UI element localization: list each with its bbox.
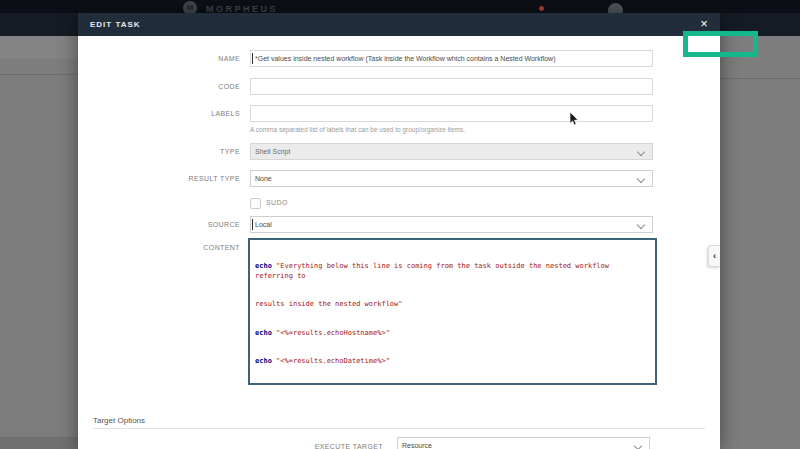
name-label: NAME: [78, 50, 240, 67]
avatar: [608, 3, 623, 13]
code-label: CODE: [78, 78, 240, 95]
background-dimmed-content: [0, 36, 78, 59]
background-topbar: M MORPHEUS: [0, 0, 800, 13]
sudo-label: SUDO: [266, 199, 288, 206]
background-divider: [0, 74, 78, 75]
result-type-select-value: None: [255, 175, 272, 182]
chevron-down-icon: [637, 148, 645, 156]
code-line: echo "<%=results.echoDatetime%>": [255, 357, 650, 367]
notification-badge: [539, 6, 544, 11]
chevron-down-icon: [637, 175, 645, 183]
execute-target-select[interactable]: Resource: [397, 437, 650, 449]
background-divider: [720, 78, 800, 79]
mouse-cursor-icon: [569, 112, 579, 126]
execute-target-label: EXECUTE TARGET: [221, 438, 383, 449]
sudo-checkbox[interactable]: [250, 198, 261, 209]
code-keyword: echo: [255, 262, 272, 270]
text-caret: [252, 53, 253, 64]
result-type-select[interactable]: None: [250, 170, 653, 187]
name-input[interactable]: *Get values inside nested workflow (Task…: [250, 50, 653, 67]
chevron-down-icon: [637, 221, 645, 229]
brand-text: MORPHEUS: [206, 4, 278, 13]
section-divider: [93, 428, 705, 429]
code-keyword: echo: [255, 357, 272, 365]
text-caret: [252, 219, 253, 230]
target-options-heading: Target Options: [93, 416, 145, 425]
labels-input[interactable]: [250, 105, 653, 122]
collapse-panel-button[interactable]: ‹: [708, 245, 720, 267]
code-line: echo "<%=results.echoHostname%>": [255, 329, 650, 339]
type-select: Shell Script: [250, 143, 653, 160]
labels-label: LABELS: [78, 105, 240, 122]
code-input[interactable]: [250, 78, 653, 95]
morpheus-logo-icon: M: [183, 1, 197, 13]
chevron-left-icon: ‹: [713, 251, 716, 261]
code-line: echo "Everything below this line is comi…: [255, 262, 650, 281]
code-string: "<%=results.echoDatetime%>": [272, 357, 390, 365]
labels-help-text: A comma separated list of labels that ca…: [250, 126, 465, 133]
result-type-label: RESULT TYPE: [78, 170, 240, 187]
code-keyword: echo: [255, 329, 272, 337]
background-dimmed-footer: [0, 437, 78, 449]
code-line: results inside the nested workflow": [255, 300, 650, 310]
modal-title: EDIT TASK: [90, 13, 141, 36]
modal-header: EDIT TASK ×: [78, 13, 720, 36]
code-string: "Everything below this line is coming fr…: [255, 262, 613, 280]
source-select[interactable]: Local: [250, 216, 653, 233]
chevron-down-icon: [634, 442, 642, 449]
type-select-value: Shell Script: [255, 148, 290, 155]
content-label: CONTENT: [78, 239, 240, 256]
source-select-value: Local: [255, 221, 272, 228]
code-string: results inside the nested workflow": [255, 300, 403, 308]
execute-target-select-value: Resource: [402, 442, 432, 449]
annotation-box: [683, 31, 758, 57]
type-label: TYPE: [78, 143, 240, 160]
edit-task-modal: EDIT TASK × NAME *Get values inside nest…: [78, 13, 720, 449]
content-code-editor[interactable]: echo "Everything below this line is comi…: [248, 238, 657, 385]
code-string: "<%=results.echoHostname%>": [272, 329, 390, 337]
source-label: SOURCE: [78, 216, 240, 233]
